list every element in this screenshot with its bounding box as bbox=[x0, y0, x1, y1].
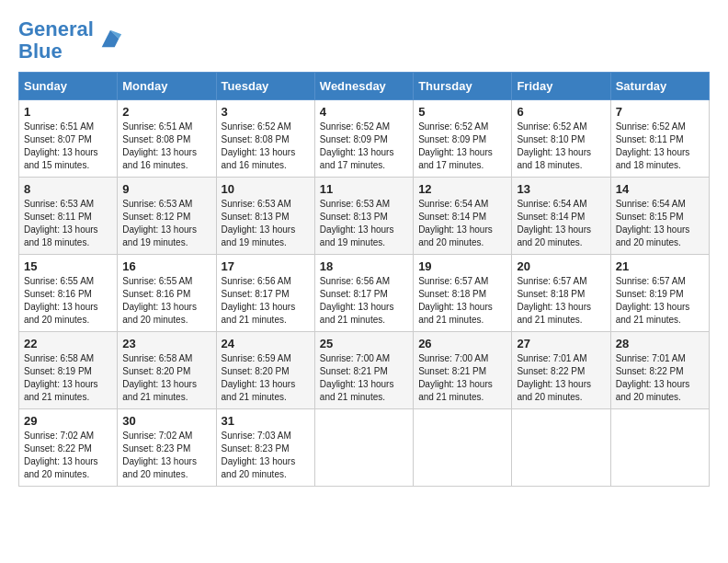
day-number: 3 bbox=[222, 105, 310, 119]
calendar-table: SundayMondayTuesdayWednesdayThursdayFrid… bbox=[18, 72, 710, 487]
day-number: 23 bbox=[122, 337, 210, 350]
day-number: 19 bbox=[418, 259, 506, 273]
calendar-cell: 15Sunrise: 6:55 AMSunset: 8:16 PMDayligh… bbox=[19, 255, 118, 332]
calendar-cell: 20Sunrise: 6:57 AMSunset: 8:18 PMDayligh… bbox=[512, 255, 610, 332]
calendar-cell: 6Sunrise: 6:52 AMSunset: 8:10 PMDaylight… bbox=[512, 100, 610, 178]
calendar-cell: 19Sunrise: 6:57 AMSunset: 8:18 PMDayligh… bbox=[414, 255, 512, 332]
day-number: 14 bbox=[616, 182, 704, 196]
calendar-cell bbox=[314, 409, 413, 487]
calendar-cell: 22Sunrise: 6:58 AMSunset: 8:19 PMDayligh… bbox=[19, 332, 118, 409]
day-number: 29 bbox=[24, 414, 112, 428]
day-info: Sunrise: 6:59 AMSunset: 8:20 PMDaylight:… bbox=[222, 352, 310, 404]
day-number: 30 bbox=[122, 414, 210, 428]
day-number: 31 bbox=[222, 414, 310, 428]
calendar-cell: 9Sunrise: 6:53 AMSunset: 8:12 PMDaylight… bbox=[118, 178, 216, 255]
day-number: 26 bbox=[418, 337, 506, 350]
calendar-header-row: SundayMondayTuesdayWednesdayThursdayFrid… bbox=[19, 73, 710, 100]
calendar-cell: 25Sunrise: 7:00 AMSunset: 8:21 PMDayligh… bbox=[314, 332, 413, 409]
day-number: 12 bbox=[418, 182, 506, 196]
day-info: Sunrise: 6:52 AMSunset: 8:09 PMDaylight:… bbox=[418, 121, 506, 172]
calendar-cell: 10Sunrise: 6:53 AMSunset: 8:13 PMDayligh… bbox=[216, 178, 314, 255]
calendar-cell: 14Sunrise: 6:54 AMSunset: 8:15 PMDayligh… bbox=[610, 178, 709, 255]
day-info: Sunrise: 6:51 AMSunset: 8:07 PMDaylight:… bbox=[24, 121, 112, 172]
logo: GeneralBlue bbox=[18, 18, 123, 63]
day-info: Sunrise: 6:52 AMSunset: 8:10 PMDaylight:… bbox=[517, 121, 605, 172]
day-info: Sunrise: 7:02 AMSunset: 8:22 PMDaylight:… bbox=[24, 430, 112, 481]
calendar-cell: 11Sunrise: 6:53 AMSunset: 8:13 PMDayligh… bbox=[314, 178, 413, 255]
calendar-cell: 27Sunrise: 7:01 AMSunset: 8:22 PMDayligh… bbox=[512, 332, 610, 409]
day-info: Sunrise: 6:54 AMSunset: 8:14 PMDaylight:… bbox=[418, 198, 506, 249]
day-number: 5 bbox=[418, 105, 506, 119]
day-number: 21 bbox=[616, 259, 704, 273]
day-info: Sunrise: 6:56 AMSunset: 8:17 PMDaylight:… bbox=[222, 275, 310, 327]
day-number: 1 bbox=[24, 105, 112, 119]
calendar-week-3: 15Sunrise: 6:55 AMSunset: 8:16 PMDayligh… bbox=[19, 255, 710, 332]
calendar-cell: 2Sunrise: 6:51 AMSunset: 8:08 PMDaylight… bbox=[118, 100, 216, 178]
day-info: Sunrise: 6:58 AMSunset: 8:20 PMDaylight:… bbox=[122, 352, 210, 404]
day-info: Sunrise: 6:55 AMSunset: 8:16 PMDaylight:… bbox=[24, 275, 112, 327]
day-info: Sunrise: 6:51 AMSunset: 8:08 PMDaylight:… bbox=[122, 121, 210, 172]
calendar-cell: 12Sunrise: 6:54 AMSunset: 8:14 PMDayligh… bbox=[414, 178, 512, 255]
day-info: Sunrise: 6:52 AMSunset: 8:08 PMDaylight:… bbox=[222, 121, 310, 172]
calendar-cell: 31Sunrise: 7:03 AMSunset: 8:23 PMDayligh… bbox=[216, 409, 314, 487]
calendar-cell: 1Sunrise: 6:51 AMSunset: 8:07 PMDaylight… bbox=[19, 100, 118, 178]
day-info: Sunrise: 6:53 AMSunset: 8:13 PMDaylight:… bbox=[320, 198, 408, 249]
day-number: 22 bbox=[24, 337, 112, 350]
day-info: Sunrise: 7:01 AMSunset: 8:22 PMDaylight:… bbox=[616, 352, 704, 404]
day-number: 8 bbox=[24, 182, 112, 196]
day-info: Sunrise: 6:52 AMSunset: 8:11 PMDaylight:… bbox=[616, 121, 704, 172]
day-info: Sunrise: 7:00 AMSunset: 8:21 PMDaylight:… bbox=[320, 352, 408, 404]
day-number: 17 bbox=[222, 259, 310, 273]
day-number: 16 bbox=[122, 259, 210, 273]
calendar-week-4: 22Sunrise: 6:58 AMSunset: 8:19 PMDayligh… bbox=[19, 332, 710, 409]
day-info: Sunrise: 6:53 AMSunset: 8:11 PMDaylight:… bbox=[24, 198, 112, 249]
calendar-cell: 3Sunrise: 6:52 AMSunset: 8:08 PMDaylight… bbox=[216, 100, 314, 178]
calendar-cell: 28Sunrise: 7:01 AMSunset: 8:22 PMDayligh… bbox=[610, 332, 709, 409]
day-number: 4 bbox=[320, 105, 408, 119]
day-number: 9 bbox=[122, 182, 210, 196]
calendar-cell: 13Sunrise: 6:54 AMSunset: 8:14 PMDayligh… bbox=[512, 178, 610, 255]
day-number: 6 bbox=[517, 105, 605, 119]
day-info: Sunrise: 7:00 AMSunset: 8:21 PMDaylight:… bbox=[418, 352, 506, 404]
calendar-cell bbox=[414, 409, 512, 487]
logo-icon bbox=[97, 26, 123, 52]
day-number: 11 bbox=[320, 182, 408, 196]
calendar-cell bbox=[512, 409, 610, 487]
calendar-week-5: 29Sunrise: 7:02 AMSunset: 8:22 PMDayligh… bbox=[19, 409, 710, 487]
day-number: 24 bbox=[222, 337, 310, 350]
day-info: Sunrise: 6:54 AMSunset: 8:15 PMDaylight:… bbox=[616, 198, 704, 249]
day-number: 13 bbox=[517, 182, 605, 196]
day-info: Sunrise: 6:57 AMSunset: 8:19 PMDaylight:… bbox=[616, 275, 704, 327]
day-number: 15 bbox=[24, 259, 112, 273]
day-info: Sunrise: 7:03 AMSunset: 8:23 PMDaylight:… bbox=[222, 430, 310, 481]
day-info: Sunrise: 6:57 AMSunset: 8:18 PMDaylight:… bbox=[418, 275, 506, 327]
calendar-cell: 8Sunrise: 6:53 AMSunset: 8:11 PMDaylight… bbox=[19, 178, 118, 255]
day-info: Sunrise: 6:53 AMSunset: 8:12 PMDaylight:… bbox=[122, 198, 210, 249]
page-header: GeneralBlue bbox=[18, 18, 710, 63]
day-info: Sunrise: 6:56 AMSunset: 8:17 PMDaylight:… bbox=[320, 275, 408, 327]
calendar-cell: 18Sunrise: 6:56 AMSunset: 8:17 PMDayligh… bbox=[314, 255, 413, 332]
day-info: Sunrise: 6:57 AMSunset: 8:18 PMDaylight:… bbox=[517, 275, 605, 327]
calendar-cell: 17Sunrise: 6:56 AMSunset: 8:17 PMDayligh… bbox=[216, 255, 314, 332]
day-info: Sunrise: 6:52 AMSunset: 8:09 PMDaylight:… bbox=[320, 121, 408, 172]
col-header-thursday: Thursday bbox=[414, 73, 512, 100]
day-info: Sunrise: 7:01 AMSunset: 8:22 PMDaylight:… bbox=[517, 352, 605, 404]
logo-text: GeneralBlue bbox=[18, 18, 94, 63]
calendar-cell: 5Sunrise: 6:52 AMSunset: 8:09 PMDaylight… bbox=[414, 100, 512, 178]
calendar-cell: 24Sunrise: 6:59 AMSunset: 8:20 PMDayligh… bbox=[216, 332, 314, 409]
col-header-wednesday: Wednesday bbox=[314, 73, 413, 100]
col-header-monday: Monday bbox=[118, 73, 216, 100]
calendar-cell: 4Sunrise: 6:52 AMSunset: 8:09 PMDaylight… bbox=[314, 100, 413, 178]
calendar-cell: 26Sunrise: 7:00 AMSunset: 8:21 PMDayligh… bbox=[414, 332, 512, 409]
calendar-week-2: 8Sunrise: 6:53 AMSunset: 8:11 PMDaylight… bbox=[19, 178, 710, 255]
calendar-cell: 7Sunrise: 6:52 AMSunset: 8:11 PMDaylight… bbox=[610, 100, 709, 178]
calendar-cell: 29Sunrise: 7:02 AMSunset: 8:22 PMDayligh… bbox=[19, 409, 118, 487]
calendar-cell: 23Sunrise: 6:58 AMSunset: 8:20 PMDayligh… bbox=[118, 332, 216, 409]
day-info: Sunrise: 6:55 AMSunset: 8:16 PMDaylight:… bbox=[122, 275, 210, 327]
day-number: 7 bbox=[616, 105, 704, 119]
col-header-sunday: Sunday bbox=[19, 73, 118, 100]
calendar-cell: 30Sunrise: 7:02 AMSunset: 8:23 PMDayligh… bbox=[118, 409, 216, 487]
day-info: Sunrise: 7:02 AMSunset: 8:23 PMDaylight:… bbox=[122, 430, 210, 481]
col-header-friday: Friday bbox=[512, 73, 610, 100]
day-number: 2 bbox=[122, 105, 210, 119]
